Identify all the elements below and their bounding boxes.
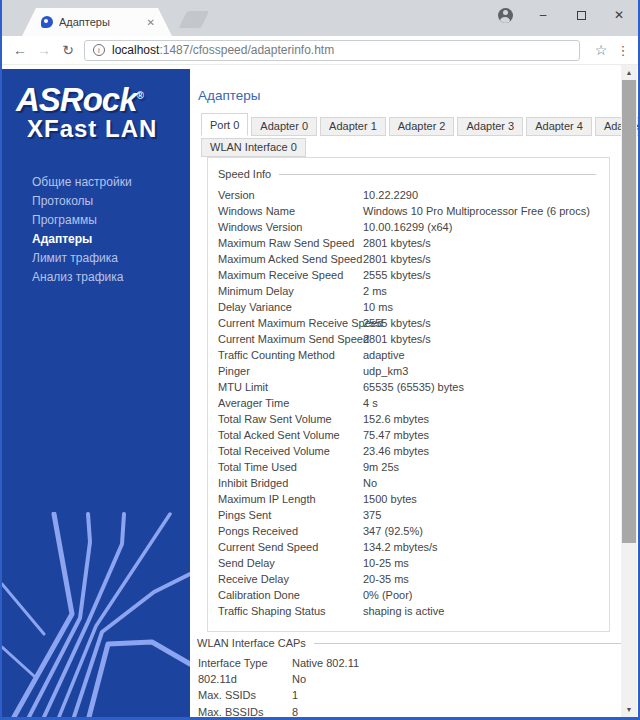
row-value: 2 ms	[363, 283, 609, 299]
adapter-tab[interactable]: Adapter 1	[320, 117, 386, 136]
browser-tab[interactable]: Адаптеры ✕	[22, 8, 172, 36]
table-row: Maximum Receive Speed 2555 kbytes/s	[208, 267, 609, 283]
table-row: Inhibit Bridged No	[208, 475, 609, 491]
wlan-interface-tab[interactable]: WLAN Interface 0	[201, 138, 306, 157]
row-value: Native 802.11	[292, 655, 621, 671]
adapter-tab[interactable]: Adapter 3	[457, 117, 523, 136]
row-label: Calibration Done	[218, 587, 363, 603]
page-content: ASRock® XFast LAN Общие настройкиПротоко…	[2, 65, 638, 717]
table-row: Total Raw Sent Volume 152.6 mbytes	[208, 411, 609, 427]
address-bar[interactable]: i localhost:1487/cfosspeed/adapterinfo.h…	[84, 40, 580, 61]
row-label: Inhibit Bridged	[218, 475, 363, 491]
profile-button[interactable]	[486, 0, 524, 30]
table-row: 802.11d No	[197, 671, 621, 687]
table-row: Maximum Raw Send Speed 2801 kbytes/s	[208, 235, 609, 251]
table-row: Total Acked Sent Volume 75.47 mbytes	[208, 427, 609, 443]
speed-info-panel: Speed Info Version 10.22.2290 Windows Na…	[207, 157, 610, 632]
row-label: Traffic Counting Method	[218, 347, 363, 363]
legend-rule	[279, 174, 596, 175]
asrock-xfastlan-logo: ASRock® XFast LAN	[16, 78, 190, 142]
speed-info-table: Version 10.22.2290 Windows Name Windows …	[208, 187, 609, 619]
row-value: 2555 kbytes/s	[363, 315, 609, 331]
scrollbar-thumb[interactable]	[622, 80, 636, 543]
row-value: 347 (92.5%)	[363, 523, 609, 539]
tab-close-icon[interactable]: ✕	[147, 17, 155, 28]
row-value: shaping is active	[363, 603, 609, 619]
row-label: Maximum IP Length	[218, 491, 363, 507]
browser-tabstrip: Адаптеры ✕ – ✕	[2, 0, 638, 36]
browser-toolbar: ← → ↻ i localhost:1487/cfosspeed/adapter…	[2, 36, 638, 65]
sidebar-item[interactable]: Общие настройки	[2, 172, 190, 191]
sidebar-item[interactable]: Программы	[2, 210, 190, 229]
table-row: Pinger udp_km3	[208, 363, 609, 379]
sidebar-item[interactable]: Протоколы	[2, 191, 190, 210]
cfosspeed-favicon-icon	[41, 16, 53, 28]
adapter-tab[interactable]: Port 0	[201, 113, 248, 136]
table-row: Traffic Counting Method adaptive	[208, 347, 609, 363]
adapter-tab[interactable]: Adapter 4	[526, 117, 592, 136]
table-row: Total Time Used 9m 25s	[208, 459, 609, 475]
row-label: Traffic Shaping Status	[218, 603, 363, 619]
row-value: 10-25 ms	[363, 555, 609, 571]
sidebar-item[interactable]: Адаптеры	[2, 229, 190, 248]
scroll-down-icon[interactable]: ▼	[621, 702, 637, 717]
row-value: 10.22.2290	[363, 187, 609, 203]
profile-icon	[498, 8, 513, 23]
row-label: Pongs Received	[218, 523, 363, 539]
row-value: 2555 kbytes/s	[363, 267, 609, 283]
page-title: Адаптеры	[198, 88, 621, 103]
adapter-tab[interactable]: Adapter 2	[389, 117, 455, 136]
row-value: 0% (Poor)	[363, 587, 609, 603]
row-label: Interface Type	[198, 655, 292, 671]
row-value: 2801 kbytes/s	[363, 331, 609, 347]
row-value: 2801 kbytes/s	[363, 235, 609, 251]
row-value: 1500 bytes	[363, 491, 609, 507]
scroll-up-icon[interactable]: ▲	[621, 65, 637, 80]
row-value: 20-35 ms	[363, 571, 609, 587]
table-row: Calibration Done 0% (Poor)	[208, 587, 609, 603]
row-label: Current Maximum Send Speed	[218, 331, 363, 347]
logo-product: XFast LAN	[27, 116, 190, 142]
page-scrollbar[interactable]: ▲ ▼	[621, 65, 637, 717]
table-row: Averager Time 4 s	[208, 395, 609, 411]
maximize-button[interactable]	[562, 0, 600, 30]
table-row: Maximum IP Length 1500 bytes	[208, 491, 609, 507]
adapter-tab[interactable]: Adapter 0	[251, 117, 317, 136]
wlan-caps-table: Interface Type Native 802.11 802.11d No …	[197, 655, 621, 717]
bookmark-star-icon[interactable]: ☆	[590, 42, 612, 58]
table-row: Max. SSIDs 1	[197, 687, 621, 703]
table-row: Current Send Speed 134.2 mbytes/s	[208, 539, 609, 555]
close-button[interactable]: ✕	[600, 0, 638, 30]
row-value: 9m 25s	[363, 459, 609, 475]
row-label: Total Received Volume	[218, 443, 363, 459]
row-value: Windows 10 Pro Multiprocessor Free (6 pr…	[363, 203, 609, 219]
minimize-button[interactable]: –	[524, 0, 562, 30]
row-label: Version	[218, 187, 363, 203]
table-row: Minimum Delay 2 ms	[208, 283, 609, 299]
back-icon[interactable]: ←	[8, 42, 32, 58]
row-label: Maximum Acked Send Speed	[218, 251, 363, 267]
sidebar-item[interactable]: Лимит трафика	[2, 248, 190, 267]
row-value: 8	[292, 704, 621, 717]
wlan-caps-legend: WLAN Interface CAPs	[197, 637, 621, 649]
table-row: Delay Variance 10 ms	[208, 299, 609, 315]
forward-icon[interactable]: →	[32, 42, 56, 58]
new-tab-button[interactable]	[179, 11, 209, 28]
browser-menu-icon[interactable]: ⋮	[612, 43, 634, 58]
table-row: Pings Sent 375	[208, 507, 609, 523]
reload-icon[interactable]: ↻	[56, 42, 80, 58]
row-label: 802.11d	[198, 671, 292, 687]
row-label: Total Acked Sent Volume	[218, 427, 363, 443]
page-info-icon[interactable]: i	[93, 44, 105, 56]
table-row: Version 10.22.2290	[208, 187, 609, 203]
wlan-caps-legend-text: WLAN Interface CAPs	[197, 637, 306, 649]
table-row: Current Maximum Receive Speed 2555 kbyte…	[208, 315, 609, 331]
row-label: Windows Name	[218, 203, 363, 219]
sidebar-item[interactable]: Анализ трафика	[2, 267, 190, 286]
row-label: Delay Variance	[218, 299, 363, 315]
window-controls: – ✕	[486, 0, 638, 30]
table-row: Interface Type Native 802.11	[197, 655, 621, 671]
table-row: MTU Limit 65535 (65535) bytes	[208, 379, 609, 395]
row-value: 10 ms	[363, 299, 609, 315]
row-label: Max. SSIDs	[198, 687, 292, 703]
